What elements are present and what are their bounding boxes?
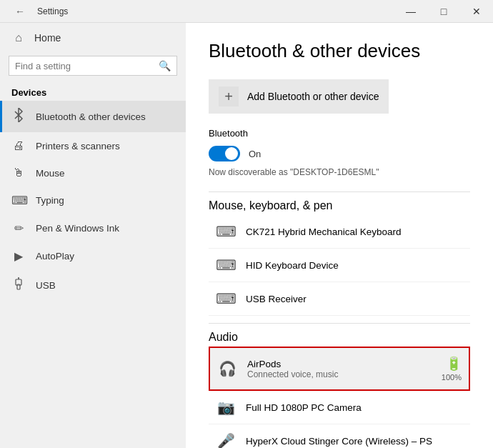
content-area: ⌂ Home 🔍 Devices Bluetooth & other devic… (0, 23, 493, 448)
keyboard-icon-1: ⌨ (216, 223, 236, 240)
device-hyperx[interactable]: 🎤 HyperX Cloud Stinger Core (Wireless) –… (209, 424, 470, 448)
window-title: Settings (37, 6, 68, 16)
bluetooth-toggle[interactable] (209, 146, 240, 161)
sidebar-item-mouse[interactable]: 🖱 Mouse (0, 159, 186, 186)
title-bar: ← Settings — □ ✕ (0, 0, 493, 23)
plus-icon: + (219, 86, 239, 106)
pen-icon: ✏ (11, 221, 26, 235)
typing-icon: ⌨ (11, 194, 26, 207)
device-sub-airpods: Connected voice, music (247, 369, 432, 379)
sidebar-section-label: Devices (0, 81, 186, 101)
battery-icon: 🔋 (446, 356, 462, 372)
sidebar-item-label-usb: USB (36, 280, 56, 291)
device-name-ck721: CK721 Hybrid Mechanical Keyboard (246, 227, 463, 237)
page-title: Bluetooth & other devices (209, 40, 470, 62)
minimize-button[interactable]: — (394, 0, 427, 23)
device-info-ck721: CK721 Hybrid Mechanical Keyboard (246, 227, 463, 237)
maximize-button[interactable]: □ (427, 0, 460, 23)
printer-icon: 🖨 (11, 139, 26, 152)
bluetooth-icon (11, 108, 26, 125)
category-keyboard-title: Mouse, keyboard, & pen (209, 199, 470, 212)
device-hid[interactable]: ⌨ HID Keyboard Device (209, 249, 470, 282)
device-info-usb-receiver: USB Receiver (246, 294, 463, 304)
category-audio-title: Audio (209, 331, 470, 344)
sidebar-item-label-pen: Pen & Windows Ink (36, 223, 119, 234)
search-input[interactable] (15, 61, 154, 71)
search-box[interactable]: 🔍 (9, 56, 177, 76)
home-label: Home (34, 32, 61, 44)
autoplay-icon: ▶ (11, 249, 26, 263)
hyperx-icon: 🎤 (216, 432, 236, 448)
keyboard-icon-2: ⌨ (216, 257, 236, 274)
device-ck721[interactable]: ⌨ CK721 Hybrid Mechanical Keyboard (209, 215, 470, 249)
add-device-button[interactable]: + Add Bluetooth or other device (209, 79, 389, 114)
device-info-hid: HID Keyboard Device (246, 260, 463, 271)
device-info-camera: Full HD 1080P PC Camera (246, 402, 463, 413)
sidebar-item-printers[interactable]: 🖨 Printers & scanners (0, 132, 186, 159)
sidebar-item-label-autoplay: AutoPlay (36, 251, 74, 262)
device-airpods[interactable]: 🎧 AirPods Connected voice, music 🔋 100% (209, 347, 470, 391)
section-divider-1 (209, 191, 470, 192)
device-name-hid: HID Keyboard Device (246, 260, 463, 271)
keyboard-icon-3: ⌨ (216, 290, 236, 307)
usb-icon (11, 277, 26, 293)
sidebar-item-label-mouse: Mouse (36, 168, 65, 179)
mouse-icon: 🖱 (11, 166, 26, 179)
main-content: Bluetooth & other devices + Add Bluetoot… (186, 23, 493, 448)
airpods-icon: 🎧 (217, 360, 237, 377)
device-battery-airpods: 🔋 100% (442, 356, 462, 382)
bluetooth-toggle-row: On (209, 146, 470, 161)
back-button[interactable]: ← (9, 0, 31, 23)
search-icon: 🔍 (159, 60, 171, 71)
bluetooth-section-title: Bluetooth (209, 128, 470, 139)
device-name-camera: Full HD 1080P PC Camera (246, 402, 463, 413)
add-device-label: Add Bluetooth or other device (247, 91, 379, 102)
close-button[interactable]: ✕ (460, 0, 493, 23)
settings-window: ← Settings — □ ✕ ⌂ Home 🔍 Devices (0, 0, 493, 448)
sidebar-item-label-typing: Typing (36, 195, 64, 206)
sidebar-item-label-printers: Printers & scanners (36, 141, 120, 151)
sidebar-item-typing[interactable]: ⌨ Typing (0, 186, 186, 214)
device-info-airpods: AirPods Connected voice, music (247, 359, 432, 379)
battery-pct: 100% (442, 373, 462, 382)
svg-point-3 (18, 277, 19, 279)
device-name-hyperx: HyperX Cloud Stinger Core (Wireless) – P… (246, 436, 463, 447)
home-icon: ⌂ (11, 31, 26, 44)
sidebar-home[interactable]: ⌂ Home (0, 23, 186, 53)
sidebar-item-pen[interactable]: ✏ Pen & Windows Ink (0, 214, 186, 242)
camera-icon: 📷 (216, 399, 236, 416)
discoverable-text: Now discoverable as "DESKTOP-1D6ESML" (209, 167, 470, 177)
window-controls: — □ ✕ (394, 0, 493, 23)
sidebar-item-bluetooth[interactable]: Bluetooth & other devices (0, 101, 186, 132)
toggle-thumb (225, 147, 238, 160)
device-camera[interactable]: 📷 Full HD 1080P PC Camera (209, 391, 470, 424)
title-bar-left: ← Settings (9, 0, 68, 23)
section-divider-2 (209, 323, 470, 324)
sidebar-item-autoplay[interactable]: ▶ AutoPlay (0, 242, 186, 270)
sidebar-item-label-bluetooth: Bluetooth & other devices (36, 111, 146, 122)
device-usb-receiver[interactable]: ⌨ USB Receiver (209, 282, 470, 316)
device-info-hyperx: HyperX Cloud Stinger Core (Wireless) – P… (246, 436, 463, 447)
toggle-label: On (249, 149, 261, 159)
sidebar: ⌂ Home 🔍 Devices Bluetooth & other devic… (0, 23, 186, 448)
device-name-usb-receiver: USB Receiver (246, 294, 463, 304)
sidebar-item-usb[interactable]: USB (0, 270, 186, 300)
device-name-airpods: AirPods (247, 359, 432, 369)
